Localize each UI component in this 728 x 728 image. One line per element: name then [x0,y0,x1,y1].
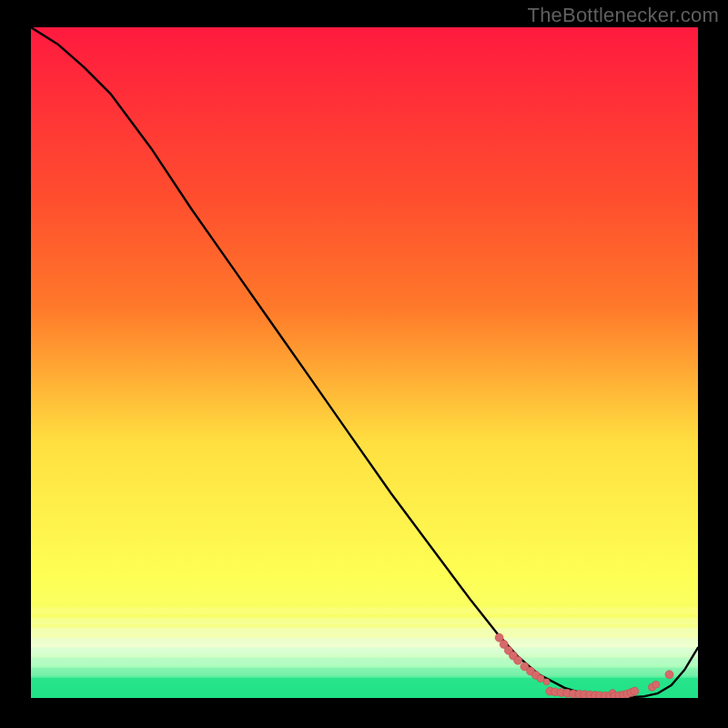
svg-point-39 [652,681,660,688]
svg-point-17 [537,675,544,682]
svg-rect-6 [31,658,698,664]
svg-rect-5 [31,648,698,654]
svg-rect-2 [31,618,698,624]
svg-rect-0 [31,27,698,698]
plot-area [31,27,698,698]
chart-frame: TheBottlenecker.com [0,0,728,728]
svg-rect-4 [31,638,698,644]
svg-point-37 [631,687,639,695]
svg-rect-1 [31,608,698,614]
svg-point-13 [514,656,522,664]
svg-rect-7 [31,668,698,676]
svg-point-18 [543,679,550,685]
chart-svg [31,27,698,698]
svg-rect-3 [31,628,698,634]
svg-point-40 [665,671,673,679]
watermark-text: TheBottlenecker.com [528,4,719,27]
